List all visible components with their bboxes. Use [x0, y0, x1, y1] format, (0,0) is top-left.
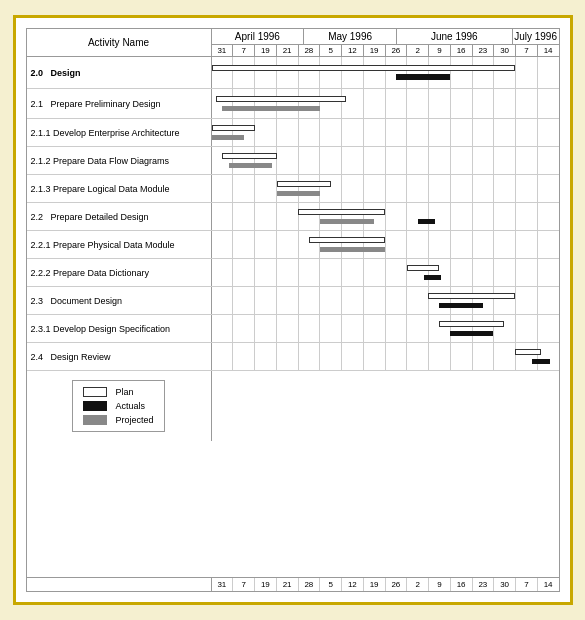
- legend-item-projected: Projected: [83, 415, 153, 425]
- bar-actual-2-3: [439, 303, 482, 308]
- date-19a: 19: [255, 45, 277, 56]
- gantt-cells-2-1-2: [212, 147, 559, 174]
- header-row: Activity Name April 1996 May 1996 June 1…: [27, 29, 559, 57]
- legend-area: Plan Actuals Projected: [27, 371, 212, 441]
- gantt-cells-2-2-2: [212, 259, 559, 286]
- bar-plan-2-3-1: [439, 321, 504, 327]
- months-header: April 1996 May 1996 June 1996 July 1996 …: [212, 29, 559, 56]
- bar-projected-2-2-1: [320, 247, 385, 252]
- bar-plan-2-1-3: [277, 181, 331, 187]
- activity-cell-2-3: 2.3 Document Design: [27, 287, 212, 314]
- gantt-cells-2-4: [212, 343, 559, 370]
- date-21: 21: [277, 45, 299, 56]
- gantt-cells-2-1: [212, 89, 559, 118]
- month-labels: April 1996 May 1996 June 1996 July 1996: [212, 29, 559, 45]
- bar-projected-2-1-1: [212, 135, 245, 140]
- b-date-2: 2: [407, 578, 429, 591]
- date-30: 30: [494, 45, 516, 56]
- legend-box-plan: [83, 387, 107, 397]
- bar-actual-2-2: [418, 219, 435, 224]
- bar-plan-2-3: [428, 293, 515, 299]
- table-row: 2.3 Document Design: [27, 287, 559, 315]
- date-7b: 7: [516, 45, 538, 56]
- activity-cell-2-1-1: 2.1.1 Develop Enterprise Architecture: [27, 119, 212, 146]
- bar-projected-2-2: [320, 219, 374, 224]
- b-date-7a: 7: [233, 578, 255, 591]
- date-labels: 31 7 19 21 28 5 12 19 26 2 9 16 23 30 7 …: [212, 45, 559, 56]
- date-7a: 7: [233, 45, 255, 56]
- table-row: 2.4 Design Review: [27, 343, 559, 371]
- b-date-14: 14: [538, 578, 559, 591]
- table-row: 2.3.1 Develop Design Specification: [27, 315, 559, 343]
- date-5: 5: [320, 45, 342, 56]
- activity-cell-2-2-2: 2.2.2 Prepare Data Dictionary: [27, 259, 212, 286]
- data-rows: 2.0 Design 2.1 Prepare Prelimi: [27, 57, 559, 577]
- bar-actual-2-2-2: [424, 275, 441, 280]
- b-date-16: 16: [451, 578, 473, 591]
- bar-plan: [212, 65, 516, 71]
- date-23: 23: [473, 45, 495, 56]
- table-row: 2.2.2 Prepare Data Dictionary: [27, 259, 559, 287]
- gantt-cells-2-1-3: [212, 175, 559, 202]
- bar-actual-2-4: [532, 359, 549, 364]
- table-row: 2.1.3 Prepare Logical Data Module: [27, 175, 559, 203]
- table-row: 2.1.1 Develop Enterprise Architecture: [27, 119, 559, 147]
- b-date-7c: 7: [516, 578, 538, 591]
- date-16: 16: [451, 45, 473, 56]
- date-12: 12: [342, 45, 364, 56]
- legend-box-projected: [83, 415, 107, 425]
- legend-items: Plan Actuals Projected: [72, 380, 164, 432]
- legend-item-actual: Actuals: [83, 401, 153, 411]
- gantt-cells-2-0: [212, 57, 559, 88]
- b-date-26: 26: [386, 578, 408, 591]
- b-date-19b: 19: [364, 578, 386, 591]
- month-april: April 1996: [212, 29, 305, 44]
- b-date-19a: 19: [255, 578, 277, 591]
- bar-actual: [396, 74, 450, 80]
- activity-cell-2-0: 2.0 Design: [27, 57, 212, 88]
- legend-label-actual: Actuals: [115, 401, 145, 411]
- date-2: 2: [407, 45, 429, 56]
- b-date-9: 9: [429, 578, 451, 591]
- gantt-cells-2-1-1: [212, 119, 559, 146]
- b-date-23: 23: [473, 578, 495, 591]
- bar-plan-2-4: [515, 349, 541, 355]
- bar-projected-2-1: [222, 106, 320, 111]
- outer-border: Activity Name April 1996 May 1996 June 1…: [13, 15, 573, 605]
- table-row: 2.0 Design: [27, 57, 559, 89]
- activity-cell-2-2-1: 2.2.1 Prepare Physical Data Module: [27, 231, 212, 258]
- bar-plan-2-2: [298, 209, 385, 215]
- bar-actual-2-3-1: [450, 331, 493, 336]
- b-date-21: 21: [277, 578, 299, 591]
- date-28: 28: [299, 45, 321, 56]
- bar-projected-2-1-3: [277, 191, 320, 196]
- bar-plan-2-2-2: [407, 265, 440, 271]
- gantt-cells-2-3: [212, 287, 559, 314]
- activity-cell-2-3-1: 2.3.1 Develop Design Specification: [27, 315, 212, 342]
- bar-plan-2-1-1: [212, 125, 255, 131]
- legend-label-projected: Projected: [115, 415, 153, 425]
- bottom-date-labels: 31 7 19 21 28 5 12 19 26 2 9 16 23 30 7 …: [212, 578, 559, 591]
- gantt-container: Activity Name April 1996 May 1996 June 1…: [26, 28, 560, 592]
- activity-cell-2-1-2: 2.1.2 Prepare Data Flow Diagrams: [27, 147, 212, 174]
- activity-header: Activity Name: [27, 29, 212, 56]
- month-june: June 1996: [397, 29, 513, 44]
- b-date-12: 12: [342, 578, 364, 591]
- table-row: 2.1.2 Prepare Data Flow Diagrams: [27, 147, 559, 175]
- month-july: July 1996: [513, 29, 559, 44]
- legend-label-plan: Plan: [115, 387, 133, 397]
- date-9: 9: [429, 45, 451, 56]
- table-row: 2.1 Prepare Preliminary Design: [27, 89, 559, 119]
- bottom-spacer: [27, 578, 212, 591]
- date-14: 14: [538, 45, 559, 56]
- b-date-30: 30: [494, 578, 516, 591]
- gantt-cells-2-2-1: [212, 231, 559, 258]
- bar-projected-2-1-2: [229, 163, 272, 168]
- bar-plan-2-1-2: [222, 153, 276, 159]
- bar-plan-2-2-1: [309, 237, 385, 243]
- b-date-28: 28: [299, 578, 321, 591]
- bar-plan-2-1: [216, 96, 346, 102]
- activity-header-label: Activity Name: [88, 37, 149, 48]
- gantt-cells-2-2: [212, 203, 559, 230]
- legend-row: Plan Actuals Projected: [27, 371, 559, 441]
